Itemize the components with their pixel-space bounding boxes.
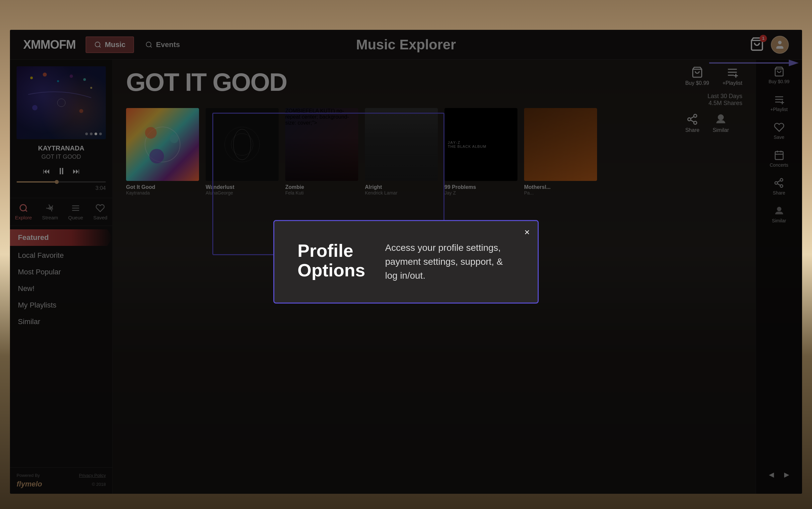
- modal-overlay[interactable]: × ProfileOptions Access your profile set…: [10, 30, 802, 494]
- modal-close-button[interactable]: ×: [524, 228, 530, 237]
- app-container: XMMOFM Music Events Music Explorer 1: [10, 30, 802, 494]
- modal-description: Access your profile settings, payment se…: [385, 241, 514, 283]
- profile-options-modal: × ProfileOptions Access your profile set…: [273, 220, 539, 304]
- modal-title: ProfileOptions: [298, 241, 365, 280]
